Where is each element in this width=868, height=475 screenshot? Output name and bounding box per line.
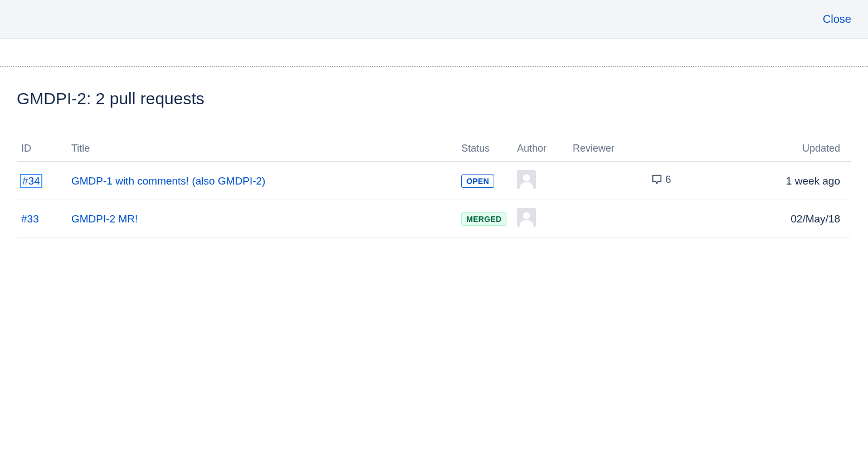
pr-title-link[interactable]: GMDPI-2 MR! (71, 213, 138, 225)
column-header-comments (646, 136, 691, 162)
updated-text: 1 week ago (786, 175, 840, 187)
comment-count: 6 (651, 173, 671, 186)
dialog-header: Close (0, 0, 868, 39)
table-header-row: ID Title Status Author Reviewer Updated (17, 136, 851, 162)
status-badge: OPEN (461, 175, 494, 188)
comment-icon (651, 173, 663, 186)
author-avatar[interactable] (517, 170, 536, 189)
pr-title-link[interactable]: GMDP-1 with comments! (also GMDPI-2) (71, 175, 265, 187)
page-title: GMDPI-2: 2 pull requests (17, 89, 851, 108)
svg-point-1 (523, 212, 530, 220)
person-icon (518, 210, 535, 227)
close-button[interactable]: Close (823, 13, 851, 26)
pr-id-link[interactable]: #34 (21, 175, 41, 187)
updated-text: 02/May/18 (791, 213, 840, 225)
table-row: #34 GMDP-1 with comments! (also GMDPI-2)… (17, 162, 851, 200)
status-badge: MERGED (461, 212, 506, 226)
svg-point-0 (523, 175, 530, 182)
pr-id-link[interactable]: #33 (21, 213, 39, 225)
column-header-reviewer: Reviewer (568, 136, 646, 162)
column-header-updated: Updated (691, 136, 851, 162)
content-area: GMDPI-2: 2 pull requests ID Title Status… (0, 67, 868, 260)
pull-requests-table: ID Title Status Author Reviewer Updated … (17, 136, 851, 238)
column-header-author: Author (513, 136, 568, 162)
column-header-title: Title (67, 136, 457, 162)
column-header-id: ID (17, 136, 67, 162)
divider (0, 39, 868, 67)
column-header-status: Status (457, 136, 513, 162)
table-row: #33 GMDPI-2 MR! MERGED (17, 200, 851, 238)
person-icon (518, 172, 535, 189)
author-avatar[interactable] (517, 208, 536, 227)
